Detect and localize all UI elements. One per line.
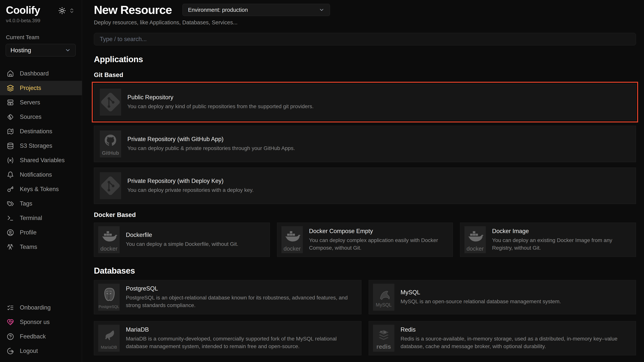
mysql-logo-icon: MySQL	[373, 284, 394, 311]
svg-text:PostgreSQL: PostgreSQL	[99, 305, 120, 309]
search-input[interactable]	[94, 33, 636, 45]
team-select-value: Hosting	[10, 47, 31, 54]
sidebar-footer-nav: Onboarding Sponsor us Feedback Logout	[0, 300, 82, 358]
card-title: Redis	[401, 326, 632, 333]
svg-text:MySQL: MySQL	[376, 302, 392, 307]
card-dockerfile[interactable]: docker Dockerfile You can deploy a simpl…	[94, 223, 270, 257]
git-based-card-list: Public Repository You can deploy any kin…	[94, 84, 636, 204]
sidebar-item-servers[interactable]: Servers	[0, 95, 82, 110]
current-team-label: Current Team	[0, 34, 82, 40]
card-description: You can deploy private repositories with…	[128, 186, 254, 194]
sidebar-item-label: Sources	[20, 114, 42, 120]
card-title: Docker Compose Empty	[309, 228, 449, 235]
sidebar-item-shared-variables[interactable]: Shared Variables	[0, 153, 82, 168]
environment-select[interactable]: Environment: production	[182, 4, 330, 16]
sidebar-item-notifications[interactable]: Notifications	[0, 168, 82, 182]
databases-card-grid: PostgreSQL PostgreSQL PostgreSQL is an o…	[94, 280, 636, 362]
sidebar-item-sources[interactable]: Sources	[0, 110, 82, 124]
chevrons-up-down-icon[interactable]	[69, 8, 75, 13]
sidebar-item-label: Onboarding	[20, 304, 51, 311]
card-private-repository-deploy-key[interactable]: Private Repository (with Deploy Key) You…	[94, 168, 636, 204]
card-title: MariaDB	[126, 326, 357, 333]
sidebar: Coolify v4.0.0-beta.399 Current Team Hos…	[0, 0, 82, 362]
card-private-repository-github-app[interactable]: GitHub Private Repository (with GitHub A…	[94, 126, 636, 162]
sidebar-item-label: Notifications	[20, 171, 52, 178]
sidebar-item-label: Servers	[20, 99, 40, 106]
card-docker-image[interactable]: docker Docker Image You can deploy an ex…	[460, 223, 636, 257]
postgresql-logo-icon: PostgreSQL	[98, 284, 120, 311]
docker-logo-icon: docker	[464, 226, 486, 253]
sidebar-item-terminal[interactable]: Terminal	[0, 211, 82, 225]
sidebar-item-onboarding[interactable]: Onboarding	[0, 300, 82, 315]
card-text: PostgreSQL PostgreSQL is an object-relat…	[126, 285, 357, 309]
sidebar-item-logout[interactable]: Logout	[0, 344, 82, 358]
svg-text:docker: docker	[100, 245, 118, 252]
card-text: Private Repository (with GitHub App) You…	[128, 136, 295, 152]
redis-logo-icon: redis	[373, 325, 394, 352]
sidebar-item-feedback[interactable]: Feedback	[0, 329, 82, 344]
sidebar-item-projects[interactable]: Projects	[0, 81, 82, 95]
team-select[interactable]: Hosting	[6, 44, 76, 56]
card-docker-compose-empty[interactable]: docker Docker Compose Empty You can depl…	[277, 223, 453, 257]
sidebar-item-s3-storages[interactable]: S3 Storages	[0, 139, 82, 153]
git-logo-icon	[100, 89, 121, 116]
card-text: Redis Redis is a source-available, in-me…	[401, 326, 632, 351]
map-icon	[7, 128, 14, 135]
card-description: You can deploy public & private reposito…	[128, 145, 295, 152]
server-icon	[7, 99, 14, 106]
sun-icon[interactable]	[58, 7, 66, 14]
sidebar-item-label: Terminal	[20, 215, 42, 221]
docker-logo-icon: docker	[282, 226, 303, 253]
card-title: Private Repository (with Deploy Key)	[128, 178, 254, 184]
subsection-heading-git-based: Git Based	[94, 71, 636, 79]
card-mariadb[interactable]: MariaDB MariaDB MariaDB is a community-d…	[94, 321, 362, 355]
logo-row: Coolify	[0, 5, 82, 15]
page-title: New Resource	[94, 3, 172, 16]
sidebar-item-keys-tokens[interactable]: Keys & Tokens	[0, 182, 82, 196]
tags-icon	[7, 200, 14, 207]
card-description: MariaDB is a community-developed, commer…	[126, 335, 357, 351]
card-text: Private Repository (with Deploy Key) You…	[128, 178, 254, 194]
sidebar-item-label: Tags	[20, 200, 32, 207]
svg-text:docker: docker	[466, 245, 484, 252]
card-description: Redis is a source-available, in-memory s…	[401, 335, 632, 351]
user-circle-icon	[7, 229, 14, 236]
sidebar-spacer	[0, 254, 82, 291]
help-circle-icon	[7, 333, 14, 340]
layers-icon	[7, 85, 14, 92]
card-mysql[interactable]: MySQL MySQL MySQL is an open-source rela…	[369, 280, 636, 314]
svg-text:MariaDB: MariaDB	[101, 345, 117, 350]
sidebar-item-dashboard[interactable]: Dashboard	[0, 66, 82, 81]
card-postgresql[interactable]: PostgreSQL PostgreSQL PostgreSQL is an o…	[94, 280, 362, 314]
sidebar-item-teams[interactable]: Teams	[0, 240, 82, 254]
card-text: Docker Image You can deploy an existing …	[492, 228, 632, 252]
key-icon	[7, 186, 14, 193]
theme-controls	[58, 7, 75, 14]
card-public-repository[interactable]: Public Repository You can deploy any kin…	[94, 84, 636, 120]
card-text: MySQL MySQL is an open-source relational…	[401, 289, 561, 306]
sidebar-item-label: Sponsor us	[20, 319, 50, 326]
sidebar-item-sponsor-us[interactable]: Sponsor us	[0, 315, 82, 329]
sidebar-item-label: Teams	[20, 244, 37, 250]
chevron-down-icon	[319, 7, 324, 13]
sidebar-item-tags[interactable]: Tags	[0, 196, 82, 211]
terminal-icon	[7, 215, 14, 222]
page-header: New Resource Environment: production	[94, 3, 636, 16]
checklist-icon	[7, 304, 14, 311]
home-icon	[7, 70, 14, 77]
bell-icon	[7, 171, 14, 178]
sidebar-item-label: Destinations	[20, 128, 52, 135]
sidebar-item-destinations[interactable]: Destinations	[0, 124, 82, 139]
docker-logo-icon: docker	[98, 226, 120, 253]
mariadb-logo-icon: MariaDB	[98, 325, 120, 352]
card-redis[interactable]: redis Redis Redis is a source-available,…	[369, 321, 636, 355]
docker-based-card-grid: docker Dockerfile You can deploy a simpl…	[94, 223, 636, 257]
section-heading-applications: Applications	[94, 55, 636, 64]
users-icon	[7, 244, 14, 251]
sidebar-item-label: Feedback	[20, 333, 46, 340]
card-description: MySQL is an open-source relational datab…	[401, 298, 561, 306]
card-description: You can deploy a simple Dockerfile, with…	[126, 240, 238, 248]
sidebar-item-profile[interactable]: Profile	[0, 225, 82, 240]
main-content: New Resource Environment: production Dep…	[82, 0, 644, 362]
app-logo: Coolify	[6, 5, 40, 15]
